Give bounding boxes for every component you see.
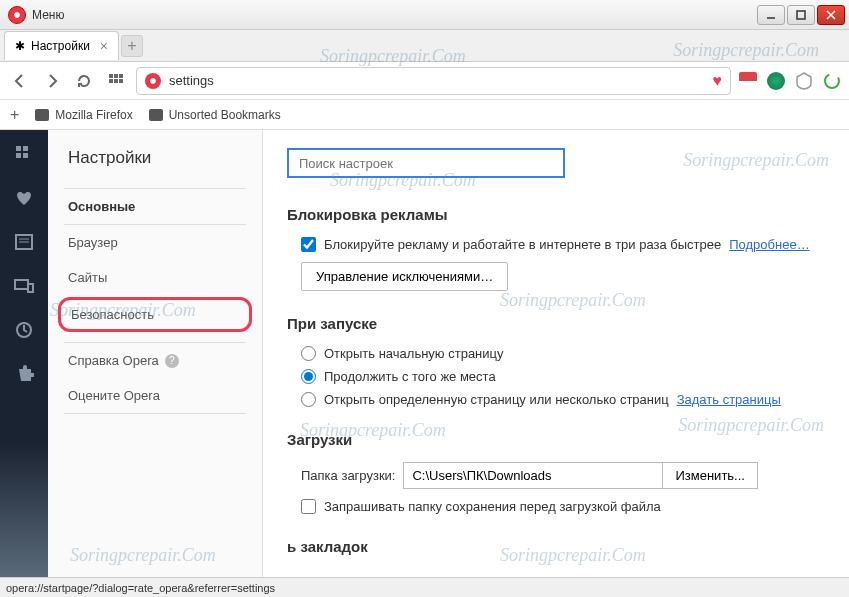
section-title: Блокировка рекламы [287, 206, 825, 223]
adblock-checkbox[interactable] [301, 237, 316, 252]
radio-label: Открыть начальную страницу [324, 346, 504, 361]
speeddial-icon[interactable] [14, 144, 34, 164]
nav-item-browser[interactable]: Браузер [48, 225, 262, 260]
nav-item-security[interactable]: Безопасность [58, 297, 252, 332]
svg-rect-1 [797, 11, 805, 19]
gear-icon: ✱ [15, 39, 25, 53]
ask-before-download-checkbox[interactable] [301, 499, 316, 514]
svg-rect-19 [28, 284, 33, 292]
close-button[interactable] [817, 5, 845, 25]
opera-logo-icon [8, 6, 26, 24]
status-text: opera://startpage/?dialog=rate_opera&ref… [6, 582, 275, 594]
menu-button[interactable]: Меню [32, 8, 64, 22]
download-path-input[interactable] [403, 462, 663, 489]
folder-icon [35, 109, 49, 121]
svg-rect-11 [16, 146, 21, 151]
bookmark-label: Unsorted Bookmarks [169, 108, 281, 122]
tab-title: Настройки [31, 39, 90, 53]
nav-item-basic[interactable]: Основные [48, 189, 262, 224]
history-icon[interactable] [14, 320, 34, 340]
svg-rect-6 [119, 74, 123, 78]
side-panel [0, 130, 48, 577]
speed-dial-button[interactable] [104, 69, 128, 93]
ask-before-download-row[interactable]: Запрашивать папку сохранения перед загру… [301, 499, 825, 514]
tab-close-icon[interactable]: × [100, 38, 108, 54]
svg-rect-12 [23, 146, 28, 151]
toolbar: ♥ [0, 62, 849, 100]
svg-rect-18 [15, 280, 28, 289]
ask-before-download-label: Запрашивать папку сохранения перед загру… [324, 499, 661, 514]
svg-rect-14 [23, 153, 28, 158]
nav-item-sites[interactable]: Сайты [48, 260, 262, 295]
settings-search-input[interactable] [287, 148, 565, 178]
tab-settings[interactable]: ✱ Настройки × [4, 31, 119, 60]
tab-bar: ✱ Настройки × + [0, 30, 849, 62]
bookmark-heart-icon[interactable]: ♥ [713, 72, 723, 90]
maximize-button[interactable] [787, 5, 815, 25]
extension-icon-4[interactable] [823, 72, 841, 90]
section-downloads: Загрузки Папка загрузки: Изменить... Зап… [287, 431, 825, 514]
settings-content: Блокировка рекламы Блокируйте рекламу и … [263, 130, 849, 577]
svg-rect-9 [119, 79, 123, 83]
extension-icon-2[interactable] [767, 72, 785, 90]
nav-item-rate[interactable]: Оцените Opera [48, 378, 262, 413]
set-pages-link[interactable]: Задать страницы [677, 392, 781, 407]
radio-label: Открыть определенную страницу или нескол… [324, 392, 669, 407]
startup-option-specific[interactable]: Открыть определенную страницу или нескол… [301, 392, 825, 407]
svg-point-10 [825, 74, 839, 88]
nav-item-help[interactable]: Справка Opera ? [48, 343, 262, 378]
address-bar[interactable]: ♥ [136, 67, 731, 95]
section-title: При запуске [287, 315, 825, 332]
help-label: Справка Opera [68, 353, 159, 368]
svg-rect-7 [109, 79, 113, 83]
bookmark-label: Mozilla Firefox [55, 108, 132, 122]
section-title-partial: ь закладок [287, 538, 825, 555]
section-startup: При запуске Открыть начальную страницу П… [287, 315, 825, 407]
adblock-checkbox-row[interactable]: Блокируйте рекламу и работайте в интерне… [301, 237, 825, 252]
startup-option-startpage[interactable]: Открыть начальную страницу [301, 346, 825, 361]
manage-exceptions-button[interactable]: Управление исключениями… [301, 262, 508, 291]
heart-icon[interactable] [14, 188, 34, 208]
bookmarks-bar: + Mozilla Firefox Unsorted Bookmarks [0, 100, 849, 130]
radio-startpage[interactable] [301, 346, 316, 361]
folder-icon [149, 109, 163, 121]
section-bookmarks-panel: ь закладок [287, 538, 825, 555]
section-title: Загрузки [287, 431, 825, 448]
radio-label: Продолжить с того же места [324, 369, 496, 384]
devices-icon[interactable] [14, 276, 34, 296]
minimize-button[interactable] [757, 5, 785, 25]
svg-rect-13 [16, 153, 21, 158]
back-button[interactable] [8, 69, 32, 93]
forward-button[interactable] [40, 69, 64, 93]
svg-rect-5 [114, 74, 118, 78]
change-path-button[interactable]: Изменить... [663, 462, 757, 489]
site-identity-icon [145, 73, 161, 89]
status-bar: opera://startpage/?dialog=rate_opera&ref… [0, 577, 849, 597]
section-adblock: Блокировка рекламы Блокируйте рекламу и … [287, 206, 825, 291]
settings-title: Настройки [48, 148, 262, 188]
help-icon: ? [165, 354, 179, 368]
url-input[interactable] [169, 73, 705, 88]
settings-sidebar: Настройки Основные Браузер Сайты Безопас… [48, 130, 263, 577]
new-tab-button[interactable]: + [121, 35, 143, 57]
extension-icon-3[interactable] [795, 72, 813, 90]
reload-button[interactable] [72, 69, 96, 93]
adblock-learn-more-link[interactable]: Подробнее… [729, 237, 809, 252]
news-icon[interactable] [14, 232, 34, 252]
extensions-icon[interactable] [14, 364, 34, 384]
startup-option-continue[interactable]: Продолжить с того же места [301, 369, 825, 384]
bookmark-folder-unsorted[interactable]: Unsorted Bookmarks [149, 108, 281, 122]
window-titlebar: Меню [0, 0, 849, 30]
download-path-label: Папка загрузки: [301, 468, 395, 483]
adblock-checkbox-label: Блокируйте рекламу и работайте в интерне… [324, 237, 721, 252]
bookmark-folder-firefox[interactable]: Mozilla Firefox [35, 108, 132, 122]
radio-specific[interactable] [301, 392, 316, 407]
radio-continue[interactable] [301, 369, 316, 384]
svg-rect-8 [114, 79, 118, 83]
svg-rect-4 [109, 74, 113, 78]
add-bookmark-button[interactable]: + [10, 106, 19, 124]
extension-icon-1[interactable] [739, 72, 757, 90]
